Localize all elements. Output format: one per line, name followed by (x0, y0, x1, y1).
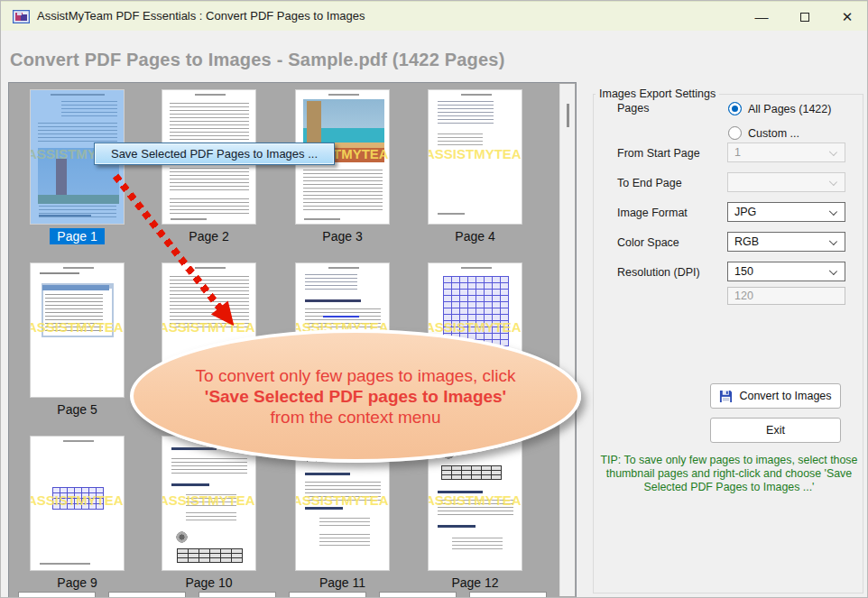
page-label-text: Page 3 (319, 228, 365, 244)
context-menu-item-save-selected[interactable]: Save Selected PDF Pages to Images ... (94, 143, 335, 165)
resolution-dpi-value: 150 (734, 265, 753, 278)
color-space-dropdown[interactable]: RGB (727, 232, 845, 252)
page-thumbnail[interactable]: ASSISTMYTEAM (30, 436, 125, 571)
callout-line-2: 'Save Selected PDF pages to Images' (205, 386, 506, 407)
page-label: Page 10 (162, 575, 256, 591)
page-label-text: Page 4 (451, 228, 498, 244)
exit-button[interactable]: Exit (710, 418, 841, 443)
maximize-button[interactable] (785, 2, 825, 32)
watermark-text: ASSISTMYTEAM (30, 319, 125, 335)
watermark-text: ASSISTMYTEAM (295, 492, 390, 508)
page-label: Page 11 (295, 575, 390, 591)
chevron-down-icon (829, 267, 837, 275)
page-label-text: Page 2 (185, 228, 232, 244)
page-thumbnail-partial (379, 592, 457, 598)
from-start-page-value: 1 (734, 146, 741, 159)
page-label: Page 4 (428, 228, 522, 244)
watermark-text: ASSISTMYTEAM (162, 319, 256, 335)
convert-button-label: Convert to Images (739, 390, 831, 402)
images-export-settings-group: Images Export Settings Pages All Pages (… (593, 94, 863, 593)
page-label-text: Page 12 (448, 575, 502, 591)
resolution-dpi-dropdown[interactable]: 150 (727, 262, 845, 281)
to-end-page-label: To End Page (617, 177, 682, 189)
custom-pages-radio-label[interactable]: Custom ... (748, 127, 799, 140)
chevron-down-icon (829, 207, 837, 216)
chevron-down-icon (829, 148, 837, 156)
page-label: Page 1 (30, 228, 125, 244)
page-label: Page 3 (295, 228, 390, 244)
page-thumbnail[interactable]: ASSISTMYTEAM (30, 262, 125, 398)
callout-line-1: To convert only few pages to images, cli… (196, 365, 516, 386)
tip-text: TIP: To save only few pages to images, s… (597, 454, 861, 494)
from-start-page-dropdown: 1 (727, 143, 845, 162)
group-title: Images Export Settings (596, 87, 719, 100)
page-label-text: Page 11 (316, 575, 369, 591)
page-title: Convert PDF Pages to Images - Sample.pdf… (10, 50, 505, 70)
page-label-text: Page 9 (53, 575, 100, 591)
from-start-page-label: From Start Page (617, 147, 700, 160)
page-label-text: Page 10 (181, 575, 235, 591)
page-label: Page 12 (428, 575, 522, 591)
page-thumbnail-partial (108, 592, 186, 598)
watermark-text: ASSISTMYTEAM (428, 492, 522, 508)
callout-line-3: from the context menu (270, 407, 440, 428)
page-label: Page 5 (30, 401, 125, 418)
watermark-text: ASSISTMYTEAM (428, 146, 522, 161)
vertical-scrollbar[interactable] (559, 84, 575, 596)
window-title: AssistMyTeam PDF Essentials : Convert PD… (37, 9, 365, 23)
annotation-callout: To convert only few pages to images, cli… (130, 329, 581, 463)
watermark-text: ASSISTMYTEAM (30, 492, 125, 508)
app-icon (13, 10, 30, 23)
resolution-dpi-label: Resolution (DPI) (617, 266, 700, 279)
pages-label: Pages (617, 102, 649, 115)
all-pages-radio-label[interactable]: All Pages (1422) (748, 103, 831, 115)
image-format-value: JPG (734, 206, 756, 218)
page-label: Page 2 (162, 228, 256, 244)
color-space-label: Color Space (617, 236, 679, 249)
maximize-icon (800, 13, 809, 22)
exit-button-label: Exit (766, 424, 785, 437)
chevron-down-icon (829, 178, 837, 186)
page-thumbnail-partial (18, 592, 96, 598)
app-window: AssistMyTeam PDF Essentials : Convert PD… (0, 0, 868, 598)
minimize-button[interactable]: — (742, 2, 781, 32)
page-thumbnail-partial (199, 592, 276, 598)
custom-dpi-field: 120 (727, 287, 845, 305)
watermark-text: ASSISTMYTEAM (162, 492, 256, 508)
image-format-label: Image Format (617, 207, 688, 219)
page-thumbnail[interactable]: ASSISTMYTEAM (428, 89, 522, 225)
image-format-dropdown[interactable]: JPG (727, 202, 845, 222)
page-label-text: Page 5 (53, 401, 100, 418)
page-thumbnail[interactable]: ASSISTMYTEAM (162, 436, 256, 571)
custom-pages-radio[interactable] (728, 126, 742, 140)
color-space-value: RGB (734, 235, 759, 248)
close-button[interactable]: ✕ (827, 2, 867, 32)
page-label: Page 9 (30, 575, 125, 591)
title-bar: AssistMyTeam PDF Essentials : Convert PD… (1, 1, 867, 31)
all-pages-radio[interactable] (728, 102, 742, 115)
page-thumbnail-partial (289, 592, 366, 598)
chevron-down-icon (829, 237, 837, 245)
convert-to-images-button[interactable]: Convert to Images (710, 383, 841, 409)
to-end-page-dropdown (727, 172, 845, 192)
save-floppy-icon (719, 390, 733, 403)
scrollbar-thumb[interactable] (567, 104, 569, 127)
watermark-text: ASSISTMYTEAM (428, 319, 522, 335)
page-thumbnail-partial (469, 592, 547, 598)
page-label-text: Page 1 (50, 228, 104, 244)
